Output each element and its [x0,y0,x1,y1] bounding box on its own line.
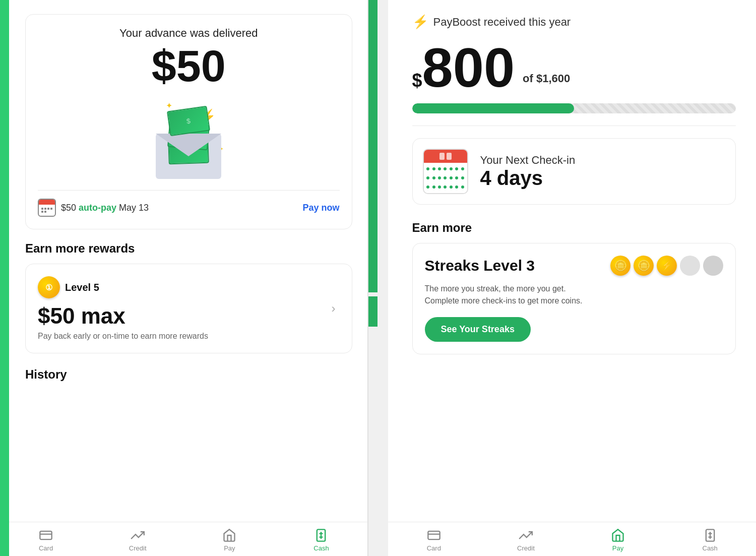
nav-cash-right[interactable]: Cash [664,528,756,552]
auto-pay-text: $50 auto-pay May 13 [61,203,149,213]
nav-credit-label-right: Credit [517,544,535,552]
coin-icon: ① [38,276,60,298]
streak-coin-2: 🪙 [634,256,654,276]
streak-coin-3: ⚡ [657,256,677,276]
streaks-header: Streaks Level 3 🪙 🪙 ⚡ [425,256,724,276]
envelope-flap [156,134,221,156]
left-accent-bar [0,0,9,556]
streaks-coins: 🪙 🪙 ⚡ [610,256,723,276]
streak-coin-1: 🪙 [610,256,631,276]
pay-now-button[interactable]: Pay now [303,203,340,213]
of-amount: of $1,600 [523,72,570,85]
envelope-illustration: ✦ ⚡ ✦ $ $ $ [138,93,239,184]
auto-pay-info: $50 auto-pay May 13 [38,199,149,217]
right-panel: ⚡ PayBoost received this year $ 800 of $… [388,0,757,556]
max-amount: $50 max [38,303,340,329]
svg-rect-0 [40,531,51,539]
left-bottom-nav: Card Credit Pay Cash [0,522,367,556]
level-text: Level 5 [65,282,99,293]
calendar-icon [38,199,56,217]
card-icon-left [38,528,54,542]
cash-icon-right [702,528,718,542]
nav-cash-label-right: Cash [703,544,718,552]
streak-coin-4 [680,256,700,276]
rewards-card[interactable]: ① Level 5 $50 max Pay back early or on-t… [25,264,352,353]
nav-card-right[interactable]: Card [388,528,480,552]
delivery-card: Your advance was delivered $50 ✦ ⚡ ✦ $ $… [25,14,352,229]
svg-rect-6 [428,531,439,539]
card-icon-right [426,528,442,542]
progress-fill [412,103,574,113]
nav-pay-right[interactable]: Pay [572,528,664,552]
calendar-top [424,150,467,163]
nav-card-label-right: Card [427,544,441,552]
nav-credit-left[interactable]: Credit [92,528,183,552]
payboost-amount-row: $ 800 of $1,600 [412,40,736,95]
dollar-sign: $ [412,70,422,91]
earn-more-title: Earn more [412,221,736,235]
nav-pay-label-right: Pay [612,544,623,552]
middle-divider [368,0,388,556]
checkin-card: Your Next Check-in 4 days [412,138,736,205]
nav-card-left[interactable]: Card [0,528,92,552]
delivery-title: Your advance was delivered [119,27,258,40]
divider-line [412,126,736,126]
nav-credit-label-left: Credit [129,544,147,552]
nav-credit-right[interactable]: Credit [480,528,572,552]
streaks-title: Streaks Level 3 [425,257,535,274]
chevron-right-icon: › [328,302,340,315]
auto-pay-row: $50 auto-pay May 13 Pay now [38,190,340,217]
nav-card-label-left: Card [39,544,53,552]
earn-more-rewards-title: Earn more rewards [25,241,352,256]
nav-cash-label-left: Cash [313,544,329,552]
auto-pay-label: auto-pay [79,203,116,213]
streak-coin-5 [703,256,723,276]
nav-cash-left[interactable]: Cash [275,528,367,552]
checkin-label: Your Next Check-in [480,154,576,167]
rewards-desc: Pay back early or on-time to earn more r… [38,332,340,341]
progress-bar [412,103,736,113]
cash-icon-left [313,528,329,542]
nav-pay-label-left: Pay [224,544,235,552]
level-row: ① Level 5 [38,276,340,298]
delivery-amount: $50 [152,44,226,88]
credit-icon-right [518,528,534,542]
divider-bar-2 [368,296,377,327]
nav-pay-left[interactable]: Pay [183,528,275,552]
calendar-body [424,163,467,193]
payboost-header: ⚡ PayBoost received this year [412,14,736,30]
payboost-amount: 800 [422,40,515,95]
payboost-label: PayBoost received this year [433,16,571,29]
pay-icon-left [221,528,237,542]
right-bottom-nav: Card Credit Pay Cash [388,522,757,556]
see-streaks-button[interactable]: See Your Streaks [425,317,531,342]
streaks-card: Streaks Level 3 🪙 🪙 ⚡ The more you strea… [412,243,736,354]
pay-icon-right [610,528,626,542]
calendar-big [423,149,468,194]
streaks-description: The more you streak, the more you get. C… [425,283,724,307]
checkin-info: Your Next Check-in 4 days [480,154,576,190]
lightning-green-icon: ⚡ [412,14,428,30]
checkin-days: 4 days [480,167,576,190]
divider-bar-1 [368,0,377,292]
history-title: History [25,367,352,382]
credit-icon-left [130,528,146,542]
left-panel: Your advance was delivered $50 ✦ ⚡ ✦ $ $… [0,0,368,556]
